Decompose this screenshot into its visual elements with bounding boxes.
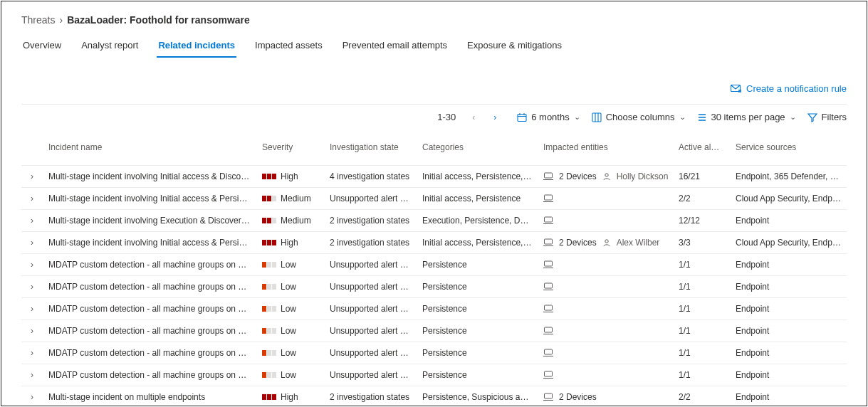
expand-row-button[interactable]: › [21, 276, 43, 298]
cell-inv-state: 2 investigation states [324, 210, 417, 232]
col-name[interactable]: Incident name [43, 137, 256, 166]
create-notification-rule-button[interactable]: Create a notification rule [731, 83, 847, 94]
severity-bars-icon [262, 306, 276, 312]
entities-user: Holly Dickson [617, 171, 669, 181]
expand-row-button[interactable]: › [21, 298, 43, 320]
svg-rect-6 [545, 217, 553, 222]
chevron-right-icon: › [31, 348, 33, 358]
severity-bars-icon [262, 328, 276, 334]
cell-severity: High [256, 166, 324, 188]
grid-toolbar: 1-30 ‹ › 6 months ⌄ Choose columns ⌄ 30 … [21, 104, 847, 122]
svg-rect-1 [518, 114, 526, 121]
expand-row-button[interactable]: › [21, 188, 43, 210]
cell-name[interactable]: Multi-stage incident involving Execution… [43, 210, 256, 232]
cell-categories: Persistence [417, 364, 538, 386]
svg-rect-3 [545, 173, 553, 178]
device-icon [543, 216, 553, 225]
table-row[interactable]: ›MDATP custom detection - all machine gr… [21, 254, 847, 276]
tab-exposure-mitigations[interactable]: Exposure & mitigations [466, 36, 563, 58]
severity-bars-icon [262, 218, 276, 223]
table-row[interactable]: ›Multi-stage incident involving Executio… [21, 210, 847, 232]
expand-row-button[interactable]: › [21, 386, 43, 407]
incidents-grid[interactable]: Incident name Severity Investigation sta… [21, 137, 847, 406]
chevron-right-icon: › [31, 216, 33, 226]
breadcrumb-root[interactable]: Threats [21, 14, 55, 26]
entities-devices: 2 Devices [559, 171, 597, 181]
cell-name[interactable]: Multi-stage incident on multiple endpoin… [43, 386, 256, 407]
expand-row-button[interactable]: › [21, 254, 43, 276]
date-range-picker[interactable]: 6 months ⌄ [517, 112, 580, 122]
table-row[interactable]: ›MDATP custom detection - all machine gr… [21, 276, 847, 298]
table-row[interactable]: ›MDATP custom detection - all machine gr… [21, 320, 847, 342]
cell-name[interactable]: MDATP custom detection - all machine gro… [43, 254, 256, 276]
cell-alerts: 12/12 [673, 210, 730, 232]
date-range-label: 6 months [531, 112, 569, 122]
severity-label: Medium [281, 194, 311, 204]
tab-related-incidents[interactable]: Related incidents [157, 36, 236, 58]
cell-severity: Low [256, 364, 324, 386]
cell-name[interactable]: Multi-stage incident involving Initial a… [43, 232, 256, 254]
choose-columns-button[interactable]: Choose columns ⌄ [592, 112, 686, 122]
svg-point-4 [605, 174, 607, 176]
table-row[interactable]: ›Multi-stage incident involving Initial … [21, 188, 847, 210]
cell-inv-state: Unsupported alert type [324, 364, 417, 386]
cell-alerts: 1/1 [673, 320, 730, 342]
next-page-button[interactable]: › [490, 112, 500, 122]
cell-entities [538, 188, 673, 210]
tab-analyst-report[interactable]: Analyst report [80, 36, 140, 58]
svg-rect-14 [545, 371, 553, 376]
severity-label: Low [281, 326, 296, 336]
expand-row-button[interactable]: › [21, 166, 43, 188]
col-alerts[interactable]: Active aler... [673, 137, 730, 166]
severity-label: High [281, 171, 298, 181]
col-entities[interactable]: Impacted entities [538, 137, 673, 166]
cell-categories: Initial access, Persistence, Sus... [417, 232, 538, 254]
filter-icon [807, 112, 817, 122]
table-row[interactable]: ›MDATP custom detection - all machine gr… [21, 342, 847, 364]
prev-page-button[interactable]: ‹ [469, 112, 479, 122]
severity-bars-icon [262, 394, 276, 400]
table-row[interactable]: ›MDATP custom detection - all machine gr… [21, 364, 847, 386]
cell-alerts: 2/2 [673, 188, 730, 210]
col-inv-state[interactable]: Investigation state [324, 137, 417, 166]
table-row[interactable]: ›Multi-stage incident involving Initial … [21, 232, 847, 254]
severity-label: Low [281, 282, 296, 292]
col-categories[interactable]: Categories [417, 137, 538, 166]
expand-row-button[interactable]: › [21, 320, 43, 342]
severity-bars-icon [262, 174, 276, 179]
expand-row-button[interactable]: › [21, 232, 43, 254]
cell-categories: Persistence [417, 276, 538, 298]
cell-sources: Endpoint [730, 210, 847, 232]
expand-row-button[interactable]: › [21, 342, 43, 364]
cell-inv-state: 4 investigation states [324, 166, 417, 188]
cell-name[interactable]: Multi-stage incident involving Initial a… [43, 188, 256, 210]
cell-name[interactable]: MDATP custom detection - all machine gro… [43, 342, 256, 364]
col-severity[interactable]: Severity [256, 137, 324, 166]
tab-prevented-email-attempts[interactable]: Prevented email attempts [341, 36, 449, 58]
cell-name[interactable]: MDATP custom detection - all machine gro… [43, 276, 256, 298]
table-row[interactable]: ›Multi-stage incident on multiple endpoi… [21, 386, 847, 407]
tab-impacted-assets[interactable]: Impacted assets [253, 36, 324, 58]
page-size-picker[interactable]: 30 items per page ⌄ [697, 112, 796, 122]
cell-alerts: 1/1 [673, 254, 730, 276]
table-row[interactable]: ›Multi-stage incident involving Initial … [21, 166, 847, 188]
chevron-right-icon: › [31, 304, 33, 314]
device-icon [543, 393, 553, 401]
severity-label: Low [281, 370, 296, 380]
entities-devices: 2 Devices [559, 392, 597, 402]
cell-name[interactable]: MDATP custom detection - all machine gro… [43, 364, 256, 386]
expand-row-button[interactable]: › [21, 364, 43, 386]
col-sources[interactable]: Service sources [730, 137, 847, 166]
cell-inv-state: Unsupported alert type [324, 342, 417, 364]
tab-overview[interactable]: Overview [21, 36, 63, 58]
cell-categories: Persistence [417, 298, 538, 320]
cell-name[interactable]: Multi-stage incident involving Initial a… [43, 166, 256, 188]
table-row[interactable]: ›MDATP custom detection - all machine gr… [21, 298, 847, 320]
cell-severity: Low [256, 298, 324, 320]
filters-button[interactable]: Filters [807, 112, 847, 122]
cell-name[interactable]: MDATP custom detection - all machine gro… [43, 320, 256, 342]
expand-row-button[interactable]: › [21, 210, 43, 232]
cell-severity: Medium [256, 188, 324, 210]
cell-name[interactable]: MDATP custom detection - all machine gro… [43, 298, 256, 320]
svg-rect-12 [545, 327, 553, 332]
